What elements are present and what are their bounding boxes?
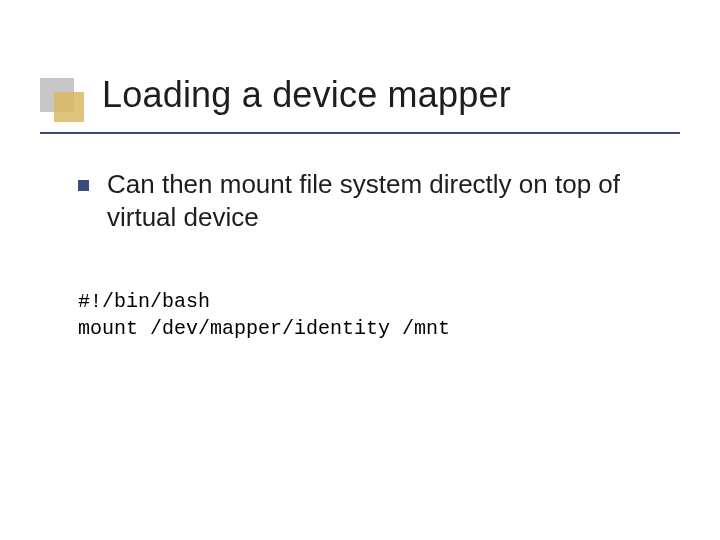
title-decoration bbox=[40, 78, 84, 122]
slide-title: Loading a device mapper bbox=[102, 74, 511, 116]
slide-body: Can then mount file system directly on t… bbox=[78, 168, 672, 233]
bullet-square-icon bbox=[78, 180, 89, 191]
code-block: #!/bin/bash mount /dev/mapper/identity /… bbox=[78, 288, 672, 342]
bullet-text: Can then mount file system directly on t… bbox=[107, 168, 672, 233]
code-line: mount /dev/mapper/identity /mnt bbox=[78, 317, 450, 340]
bullet-item: Can then mount file system directly on t… bbox=[78, 168, 672, 233]
decor-square-gold bbox=[54, 92, 84, 122]
slide: Loading a device mapper Can then mount f… bbox=[0, 0, 720, 540]
code-line: #!/bin/bash bbox=[78, 290, 210, 313]
title-underline bbox=[40, 132, 680, 134]
